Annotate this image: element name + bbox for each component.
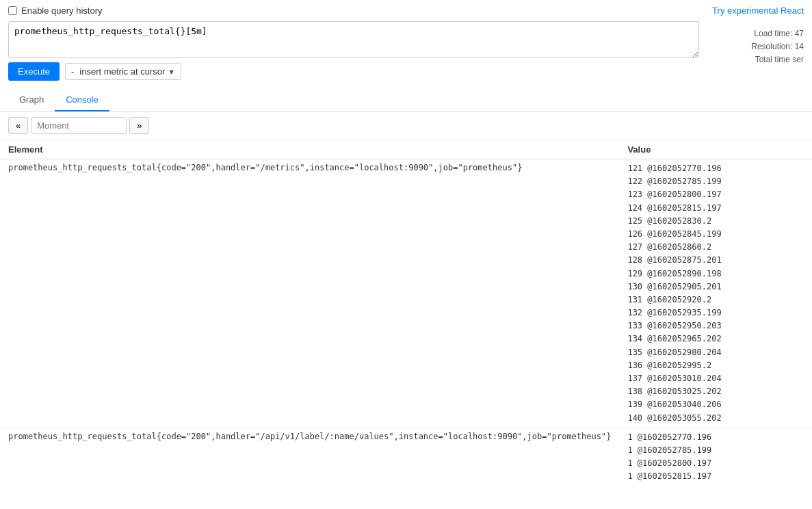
- value-entry: 131 @1602052920.2: [627, 293, 804, 306]
- value-entry: 121 @1602052770.196: [627, 162, 804, 175]
- enable-history-label[interactable]: Enable query history: [8, 5, 103, 16]
- element-cell: prometheus_http_requests_total{code="200…: [0, 428, 619, 486]
- value-list: 1 @1602052770.1961 @1602052785.1991 @160…: [627, 431, 804, 484]
- dash-separator: -: [71, 66, 74, 77]
- value-entry: 134 @1602052965.202: [627, 332, 804, 345]
- resolution: Resolution: 14: [751, 40, 804, 53]
- value-entry: 125 @1602052830.2: [627, 215, 804, 228]
- table-header-row: Element Value: [0, 140, 812, 159]
- value-cell: 1 @1602052770.1961 @1602052785.1991 @160…: [619, 428, 812, 486]
- tab-console[interactable]: Console: [55, 89, 109, 112]
- console-controls: « »: [0, 112, 812, 140]
- info-panel: Load time: 47 Resolution: 14 Total time …: [751, 27, 804, 67]
- value-entry: 140 @1602053055.202: [627, 412, 804, 425]
- enable-history-checkbox[interactable]: [8, 6, 17, 15]
- results-body: prometheus_http_requests_total{code="200…: [0, 159, 812, 486]
- element-header: Element: [0, 140, 619, 159]
- prev-button[interactable]: «: [8, 117, 28, 134]
- total-time: Total time ser: [751, 53, 804, 66]
- value-entry: 126 @1602052845.199: [627, 228, 804, 241]
- query-area: prometheus_http_requests_total{}[5m] Exe…: [0, 18, 812, 86]
- value-entry: 1 @1602052785.199: [627, 444, 804, 457]
- query-controls: Execute - insert metric at cursor ▼: [8, 62, 804, 81]
- value-entry: 133 @1602052950.203: [627, 319, 804, 332]
- value-entry: 127 @1602052860.2: [627, 241, 804, 254]
- results-container: Element Value prometheus_http_requests_t…: [0, 140, 812, 486]
- enable-history-text: Enable query history: [21, 5, 103, 16]
- tabs-bar: Graph Console: [0, 89, 812, 112]
- load-time: Load time: 47: [751, 27, 804, 40]
- value-header: Value: [619, 140, 812, 159]
- value-entry: 124 @1602052815.197: [627, 202, 804, 215]
- value-cell: 121 @1602052770.196122 @1602052785.19912…: [619, 159, 812, 428]
- value-entry: 122 @1602052785.199: [627, 175, 804, 188]
- value-entry: 130 @1602052905.201: [627, 280, 804, 293]
- value-entry: 137 @1602053010.204: [627, 372, 804, 385]
- moment-input[interactable]: [31, 117, 127, 134]
- value-entry: 139 @1602053040.206: [627, 398, 804, 411]
- value-entry: 136 @1602052995.2: [627, 359, 804, 372]
- element-cell: prometheus_http_requests_total{code="200…: [0, 159, 619, 428]
- execute-button[interactable]: Execute: [8, 62, 60, 81]
- value-list: 121 @1602052770.196122 @1602052785.19912…: [627, 162, 804, 425]
- top-bar: Enable query history: [0, 0, 812, 18]
- value-entry: 1 @1602052770.196: [627, 431, 804, 444]
- next-button[interactable]: »: [129, 117, 149, 134]
- table-row: prometheus_http_requests_total{code="200…: [0, 159, 812, 428]
- value-entry: 1 @1602052815.197: [627, 470, 804, 483]
- dropdown-arrow-icon: ▼: [168, 68, 175, 76]
- value-entry: 129 @1602052890.198: [627, 267, 804, 280]
- tab-graph[interactable]: Graph: [8, 89, 55, 112]
- element-label: prometheus_http_requests_total{code="200…: [8, 432, 611, 441]
- element-label: prometheus_http_requests_total{code="200…: [8, 163, 522, 172]
- value-entry: 138 @1602053025.202: [627, 385, 804, 398]
- value-entry: 123 @1602052800.197: [627, 188, 804, 201]
- query-input[interactable]: prometheus_http_requests_total{}[5m]: [8, 21, 699, 58]
- value-entry: 1 @1602052800.197: [627, 457, 804, 470]
- value-entry: 128 @1602052875.201: [627, 254, 804, 267]
- insert-metric-button[interactable]: - insert metric at cursor ▼: [65, 63, 181, 80]
- insert-metric-label: insert metric at cursor: [79, 66, 165, 77]
- table-row: prometheus_http_requests_total{code="200…: [0, 428, 812, 486]
- value-entry: 135 @1602052980.204: [627, 346, 804, 359]
- value-entry: 132 @1602052935.199: [627, 306, 804, 319]
- results-table: Element Value prometheus_http_requests_t…: [0, 140, 812, 486]
- try-experimental-link[interactable]: Try experimental React: [712, 5, 804, 16]
